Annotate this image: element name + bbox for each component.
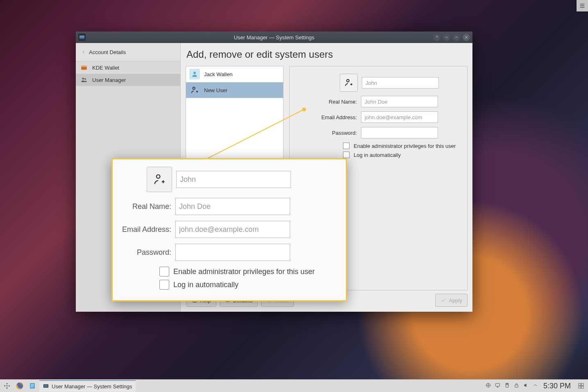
user-list-item-label: New User bbox=[204, 87, 227, 93]
taskbar-clock[interactable]: 5:30 PM bbox=[540, 382, 574, 390]
real-name-input-zoom[interactable] bbox=[175, 198, 290, 215]
svg-rect-30 bbox=[581, 383, 583, 385]
page-title: Add, remove or edit system users bbox=[186, 49, 468, 60]
svg-point-2 bbox=[82, 78, 84, 80]
password-label-zoom: Password: bbox=[121, 248, 171, 257]
avatar bbox=[189, 69, 200, 79]
user-list-item-label: Jack Wallen bbox=[204, 71, 233, 77]
real-name-label-zoom: Real Name: bbox=[121, 202, 171, 211]
svg-point-6 bbox=[347, 79, 349, 82]
breadcrumb[interactable]: Account Details bbox=[76, 43, 180, 61]
apply-button-label: Apply bbox=[449, 297, 462, 304]
svg-point-14 bbox=[9, 385, 10, 387]
admin-checkbox[interactable] bbox=[343, 143, 350, 149]
svg-point-5 bbox=[193, 87, 195, 90]
svg-rect-31 bbox=[579, 386, 581, 388]
tray-volume-icon[interactable] bbox=[523, 382, 529, 390]
wallet-icon bbox=[80, 63, 88, 72]
breadcrumb-label: Account Details bbox=[89, 49, 126, 55]
tray-chevron-up-icon[interactable] bbox=[532, 382, 538, 390]
autologin-checkbox-zoom[interactable] bbox=[159, 280, 169, 290]
apply-button[interactable]: Apply bbox=[435, 294, 468, 307]
password-input[interactable] bbox=[361, 127, 438, 138]
real-name-input[interactable] bbox=[361, 96, 438, 107]
svg-rect-23 bbox=[44, 385, 48, 387]
svg-point-3 bbox=[84, 78, 86, 80]
task-icon bbox=[43, 383, 49, 390]
autologin-checkbox[interactable] bbox=[343, 152, 350, 158]
username-input-zoom[interactable] bbox=[176, 171, 291, 188]
zoom-callout: Real Name: Email Address: Password: Enab… bbox=[111, 158, 347, 301]
svg-rect-19 bbox=[31, 384, 34, 385]
show-desktop-button[interactable] bbox=[576, 381, 586, 391]
add-user-icon bbox=[189, 85, 200, 95]
email-label: Email Address: bbox=[299, 114, 357, 120]
admin-checkbox-label-zoom: Enable administrator privileges for this… bbox=[173, 267, 315, 276]
sidebar-item-label: User Manager bbox=[92, 77, 126, 83]
user-list-item[interactable]: Jack Wallen bbox=[186, 66, 283, 82]
panel-handle[interactable] bbox=[577, 0, 588, 11]
svg-rect-20 bbox=[31, 385, 34, 386]
chevron-left-icon bbox=[82, 50, 86, 54]
user-list-item-new[interactable]: New User bbox=[186, 82, 283, 98]
tray-display-icon[interactable] bbox=[495, 382, 501, 390]
tray-kde-icon[interactable] bbox=[485, 382, 491, 390]
svg-point-12 bbox=[4, 385, 5, 387]
email-input[interactable] bbox=[361, 111, 438, 123]
svg-point-11 bbox=[157, 175, 160, 179]
real-name-label: Real Name: bbox=[299, 99, 357, 105]
taskbar-task-label: User Manager — System Settings bbox=[52, 383, 132, 390]
password-label: Password: bbox=[299, 130, 357, 136]
sidebar-item-kde-wallet[interactable]: KDE Wallet bbox=[76, 61, 180, 74]
svg-rect-21 bbox=[31, 387, 33, 387]
svg-rect-32 bbox=[581, 386, 583, 388]
taskbar: User Manager — System Settings 5:30 PM bbox=[0, 379, 588, 392]
admin-checkbox-zoom[interactable] bbox=[159, 267, 169, 276]
sidebar-item-label: KDE Wallet bbox=[92, 65, 119, 71]
admin-checkbox-label: Enable administrator privileges for this… bbox=[354, 143, 456, 149]
avatar-picker-button[interactable] bbox=[340, 74, 358, 92]
app-launcher[interactable] bbox=[2, 381, 12, 391]
svg-point-4 bbox=[193, 72, 196, 74]
autologin-checkbox-label: Log in automatically bbox=[354, 152, 401, 158]
svg-point-13 bbox=[7, 383, 8, 384]
email-label-zoom: Email Address: bbox=[121, 225, 171, 234]
svg-point-16 bbox=[7, 385, 8, 387]
avatar-picker-button-zoom[interactable] bbox=[147, 167, 172, 192]
window-title: User Manager — System Settings bbox=[76, 34, 472, 41]
password-input-zoom[interactable] bbox=[175, 244, 290, 261]
check-icon bbox=[440, 297, 446, 303]
notes-launcher[interactable] bbox=[27, 381, 38, 391]
system-tray bbox=[485, 382, 538, 390]
firefox-launcher[interactable] bbox=[14, 381, 25, 391]
autologin-checkbox-label-zoom: Log in automatically bbox=[173, 281, 238, 289]
tray-lock-icon[interactable] bbox=[513, 382, 520, 390]
tray-disk-icon[interactable] bbox=[504, 382, 510, 390]
svg-point-15 bbox=[7, 387, 8, 389]
svg-rect-29 bbox=[579, 383, 581, 385]
svg-rect-25 bbox=[495, 383, 499, 386]
taskbar-task[interactable]: User Manager — System Settings bbox=[39, 380, 136, 392]
users-icon bbox=[80, 76, 88, 84]
username-input[interactable] bbox=[362, 77, 439, 88]
window-titlebar[interactable]: User Manager — System Settings bbox=[76, 32, 472, 43]
svg-rect-27 bbox=[506, 384, 508, 385]
sidebar-item-user-manager[interactable]: User Manager bbox=[76, 74, 180, 86]
email-input-zoom[interactable] bbox=[175, 221, 290, 238]
svg-rect-1 bbox=[81, 66, 87, 67]
svg-rect-28 bbox=[515, 385, 518, 387]
